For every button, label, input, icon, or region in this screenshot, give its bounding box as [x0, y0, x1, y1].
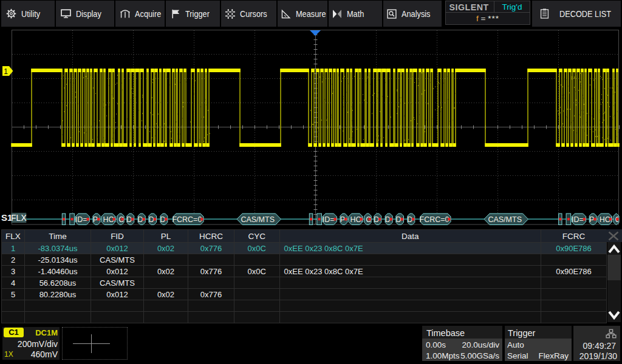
- svg-text:FCRC=0: FCRC=0: [420, 215, 449, 224]
- svg-text:D: D: [396, 215, 402, 224]
- svg-text:P: P: [93, 215, 98, 224]
- svg-text:P: P: [589, 215, 594, 224]
- svg-text:P: P: [340, 215, 345, 224]
- svg-text:D: D: [407, 215, 412, 224]
- svg-text:CAS/MTS: CAS/MTS: [241, 215, 275, 224]
- svg-text:CAS/MTS: CAS/MTS: [488, 215, 522, 224]
- svg-text:ID=: ID=: [75, 215, 87, 224]
- svg-text:FCRC=0: FCRC=0: [172, 215, 202, 224]
- svg-text:D: D: [149, 215, 154, 224]
- svg-text:ID=: ID=: [323, 215, 335, 224]
- svg-text:ID=: ID=: [572, 215, 584, 224]
- svg-text:1: 1: [4, 67, 8, 76]
- svg-text:D: D: [138, 215, 143, 224]
- svg-text:D: D: [385, 215, 391, 224]
- svg-text:FLX: FLX: [11, 213, 27, 223]
